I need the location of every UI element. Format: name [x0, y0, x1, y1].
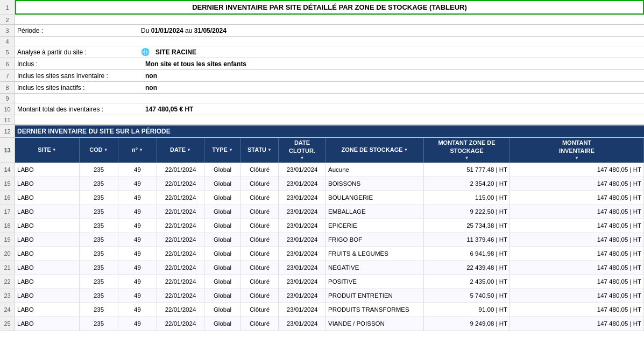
td-zone: BOISSONS — [326, 177, 424, 191]
td-statu: Clôturé — [241, 317, 279, 331]
td-n: 49 — [118, 289, 157, 303]
td-date: 22/01/2024 — [157, 233, 204, 247]
td-n: 49 — [118, 317, 157, 331]
row-montant: 10 Montant total des inventaires : 147 4… — [0, 103, 644, 115]
inclus-content: Inclus : Mon site et tous les sites enfa… — [15, 58, 644, 69]
row-num-21: 21 — [0, 261, 15, 275]
row-num-16: 16 — [0, 191, 15, 205]
inclus-label: Inclus : — [17, 60, 141, 68]
td-site: LABO — [15, 233, 80, 247]
table-row: 23 LABO 235 49 22/01/2024 Global Clôturé… — [0, 289, 644, 303]
td-datecloture: 23/01/2024 — [279, 275, 326, 289]
td-type: Global — [204, 317, 241, 331]
th-n[interactable]: n°▼ — [118, 138, 157, 163]
th-montant-zone[interactable]: MONTANT ZONE DE STOCKAGE ▼ — [424, 138, 510, 163]
montant-value: 147 480,05 € HT — [145, 106, 193, 113]
row-11: 11 — [0, 115, 644, 125]
table-row: 14 LABO 235 49 22/01/2024 Global Clôturé… — [0, 163, 644, 177]
periode-label: Période : — [17, 27, 141, 34]
td-montant-zone: 51 777,48 | HT — [424, 163, 510, 177]
row-num-2: 2 — [0, 15, 15, 24]
td-zone: FRUITS & LEGUMES — [326, 247, 424, 261]
th-cod[interactable]: COD▼ — [80, 138, 118, 163]
sort-icon-montant-inv: ▼ — [575, 156, 579, 161]
table-body: 14 LABO 235 49 22/01/2024 Global Clôturé… — [0, 163, 644, 331]
td-montant-zone: 11 379,46 | HT — [424, 233, 510, 247]
td-cod: 235 — [80, 233, 118, 247]
td-site: LABO — [15, 247, 80, 261]
td-montant-inv: 147 480,05 | HT — [510, 303, 644, 317]
row-num-4: 4 — [0, 37, 15, 46]
th-zone[interactable]: ZONE DE STOCKAGE▼ — [326, 138, 424, 163]
td-montant-zone: 115,00 | HT — [424, 191, 510, 205]
site-tree-icon: 🌐 — [141, 48, 150, 56]
row-num-8: 8 — [0, 82, 15, 93]
td-datecloture: 23/01/2024 — [279, 205, 326, 219]
td-statu: Clôturé — [241, 261, 279, 275]
td-type: Global — [204, 177, 241, 191]
td-type: Global — [204, 233, 241, 247]
table-row: 24 LABO 235 49 22/01/2024 Global Clôturé… — [0, 303, 644, 317]
td-montant-zone: 25 734,38 | HT — [424, 219, 510, 233]
td-montant-zone: 2 354,20 | HT — [424, 177, 510, 191]
td-montant-zone: 91,00 | HT — [424, 303, 510, 317]
td-montant-inv: 147 480,05 | HT — [510, 275, 644, 289]
row-2-content — [15, 15, 644, 24]
row-9-content — [15, 94, 644, 103]
td-type: Global — [204, 303, 241, 317]
td-montant-zone: 5 740,50 | HT — [424, 289, 510, 303]
th-site[interactable]: SITE▼ — [15, 138, 80, 163]
td-datecloture: 23/01/2024 — [279, 317, 326, 331]
td-zone: PRODUITS TRANSFORMES — [326, 303, 424, 317]
td-montant-inv: 147 480,05 | HT — [510, 177, 644, 191]
th-datecloture[interactable]: DATE CLOTUR. ▼ — [279, 138, 326, 163]
row-num-6: 6 — [0, 58, 15, 69]
row-num-3: 3 — [0, 25, 15, 36]
td-cod: 235 — [80, 317, 118, 331]
th-statu[interactable]: STATU▼ — [241, 138, 279, 163]
th-type[interactable]: TYPE▼ — [204, 138, 241, 163]
row-num-13: 13 — [0, 138, 15, 163]
inclus-inactifs-content: Inclus les sites inactifs : non — [15, 82, 644, 93]
periode-date1: 01/01/2024 — [151, 27, 183, 34]
row-11-content — [15, 115, 644, 124]
td-montant-inv: 147 480,05 | HT — [510, 163, 644, 177]
th-date[interactable]: DATE▼ — [157, 138, 204, 163]
td-site: LABO — [15, 303, 80, 317]
sort-icon-zone: ▼ — [404, 148, 408, 153]
td-statu: Clôturé — [241, 247, 279, 261]
row-num-17: 17 — [0, 205, 15, 219]
row-num-25: 25 — [0, 317, 15, 331]
td-statu: Clôturé — [241, 205, 279, 219]
td-date: 22/01/2024 — [157, 261, 204, 275]
sort-icon-n: ▼ — [139, 148, 143, 153]
inclus-inactifs-value: non — [145, 84, 157, 92]
table-header-row: 13 SITE▼ COD▼ n°▼ DATE▼ TYPE▼ STATU▼ DAT… — [0, 138, 644, 163]
td-datecloture: 23/01/2024 — [279, 247, 326, 261]
sort-icon-montant-zone: ▼ — [465, 156, 469, 161]
td-zone: EMBALLAGE — [326, 205, 424, 219]
td-montant-inv: 147 480,05 | HT — [510, 219, 644, 233]
td-cod: 235 — [80, 289, 118, 303]
th-montant-inv[interactable]: MONTANT INVENTAIRE ▼ — [510, 138, 644, 163]
td-cod: 235 — [80, 205, 118, 219]
td-zone: NEGATIVE — [326, 261, 424, 275]
td-statu: Clôturé — [241, 289, 279, 303]
td-n: 49 — [118, 233, 157, 247]
td-statu: Clôturé — [241, 233, 279, 247]
td-date: 22/01/2024 — [157, 191, 204, 205]
td-site: LABO — [15, 191, 80, 205]
td-n: 49 — [118, 303, 157, 317]
inclus-sans-content: Inclus les sites sans inventaire : non — [15, 70, 644, 81]
table-row: 20 LABO 235 49 22/01/2024 Global Clôturé… — [0, 247, 644, 261]
td-datecloture: 23/01/2024 — [279, 163, 326, 177]
inclus-value: Mon site et tous les sites enfants — [145, 60, 246, 68]
td-montant-inv: 147 480,05 | HT — [510, 191, 644, 205]
row-4-content — [15, 37, 644, 46]
td-date: 22/01/2024 — [157, 289, 204, 303]
td-cod: 235 — [80, 303, 118, 317]
td-n: 49 — [118, 163, 157, 177]
td-type: Global — [204, 289, 241, 303]
td-montant-inv: 147 480,05 | HT — [510, 233, 644, 247]
td-cod: 235 — [80, 163, 118, 177]
